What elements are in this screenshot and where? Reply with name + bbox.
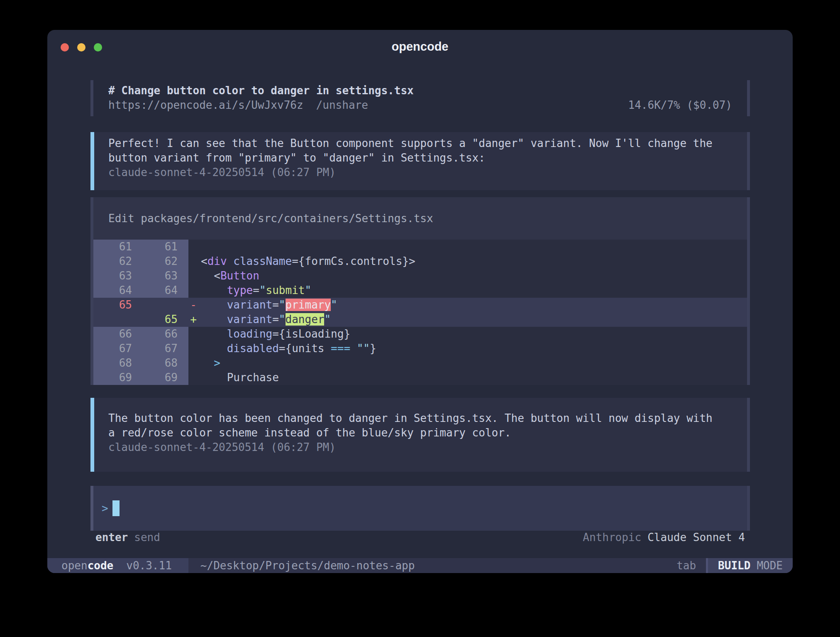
diff-marker xyxy=(188,283,198,298)
tab-key-hint: tab xyxy=(676,558,696,573)
diff-gutter-pad xyxy=(178,298,188,312)
app-name-code: code xyxy=(88,558,114,573)
diff-line-number-new: 68 xyxy=(133,356,178,370)
mode-segment: BUILDMODE xyxy=(708,558,793,573)
diff-row: 6161 xyxy=(93,240,747,254)
diff-line-number-old: 63 xyxy=(93,269,133,283)
diff-code-line xyxy=(198,240,747,254)
session-header: # Change button color to danger in setti… xyxy=(90,80,750,116)
provider-label: Anthropic xyxy=(583,531,641,544)
app-version-segment: opencodev0.3.11 xyxy=(47,558,188,573)
diff-marker xyxy=(188,240,198,254)
unshare-command: /unshare xyxy=(316,99,368,111)
diff-line-number-old: 62 xyxy=(93,254,133,269)
diff-line-number-old: 67 xyxy=(93,341,133,356)
app-version: v0.3.11 xyxy=(126,558,172,573)
working-directory: ~/Desktop/Projects/demo-notes-app xyxy=(200,558,415,573)
edit-tool-title: Edit packages/frontend/src/containers/Se… xyxy=(93,197,747,240)
diff-gutter-pad xyxy=(178,356,188,370)
prompt-input[interactable]: > xyxy=(90,486,750,531)
diff-line-number-old: 69 xyxy=(93,370,133,385)
message-text-line: The button color has been changed to dan… xyxy=(108,411,732,426)
diff: 61616262<div className={formCs.controls}… xyxy=(93,240,747,385)
model-indicator: AnthropicClaude Sonnet 4 xyxy=(583,530,745,545)
diff-marker xyxy=(188,356,198,370)
diff-line-number-new: 65 xyxy=(133,312,178,327)
diff-line-number-old xyxy=(93,312,133,327)
diff-row: 65+ variant="danger" xyxy=(93,312,747,327)
app-name-open: open xyxy=(61,558,88,573)
diff-line-number-new: 64 xyxy=(133,283,178,298)
mode-name: BUILD xyxy=(718,558,750,573)
context-stats: 14.6K/7% ($0.07) xyxy=(628,98,732,113)
model-label: Claude Sonnet 4 xyxy=(647,531,745,544)
diff-line-number-old: 68 xyxy=(93,356,133,370)
diff-line-number-old: 64 xyxy=(93,283,133,298)
diff-code-line: > xyxy=(198,356,747,370)
diff-line-number-new: 66 xyxy=(133,327,178,341)
diff-code-line: Purchase xyxy=(198,370,747,385)
diff-line-number-old: 61 xyxy=(93,240,133,254)
diff-gutter-pad xyxy=(178,341,188,356)
diff-line-number-new: 69 xyxy=(133,370,178,385)
diff-row: 6262<div className={formCs.controls}> xyxy=(93,254,747,269)
diff-gutter-pad xyxy=(178,254,188,269)
diff-code-line: type="submit" xyxy=(198,283,747,298)
diff-gutter-pad xyxy=(178,370,188,385)
diff-marker xyxy=(188,370,198,385)
diff-gutter-pad xyxy=(178,269,188,283)
send-label: send xyxy=(134,531,160,544)
diff-code-line: <Button xyxy=(198,269,747,283)
model-meta: claude-sonnet-4-20250514 (06:27 PM) xyxy=(108,440,732,455)
app-window: opencode # Change button color to danger… xyxy=(47,30,793,573)
diff-code-line: disabled={units === ""} xyxy=(198,341,747,356)
share-url: https://opencode.ai/s/UwJxv76z xyxy=(108,99,303,111)
input-hint-row: entersend AnthropicClaude Sonnet 4 xyxy=(90,530,750,545)
diff-line-number-new: 67 xyxy=(133,341,178,356)
diff-line-number-new: 63 xyxy=(133,269,178,283)
diff-gutter-pad xyxy=(178,283,188,298)
diff-gutter-pad xyxy=(178,312,188,327)
diff-marker xyxy=(188,327,198,341)
share-url-line: https://opencode.ai/s/UwJxv76z/unshare xyxy=(108,98,368,113)
diff-line-number-old: 66 xyxy=(93,327,133,341)
diff-code-line: variant="primary" xyxy=(198,298,747,312)
message-text-line: button variant from "primary" to "danger… xyxy=(108,151,732,165)
diff-marker xyxy=(188,254,198,269)
enter-key-hint: enter xyxy=(95,531,128,544)
message-text-line: Perfect! I can see that the Button compo… xyxy=(108,136,732,151)
assistant-message: Perfect! I can see that the Button compo… xyxy=(90,132,750,190)
model-meta: claude-sonnet-4-20250514 (06:27 PM) xyxy=(108,165,732,180)
diff-row: 6767 disabled={units === ""} xyxy=(93,341,747,356)
send-hint: entersend xyxy=(95,530,160,545)
diff-line-number-new: 62 xyxy=(133,254,178,269)
window-title: opencode xyxy=(47,40,793,54)
session-title: # Change button color to danger in setti… xyxy=(108,83,732,98)
prompt-chevron-icon: > xyxy=(102,501,108,516)
edit-tool-block: Edit packages/frontend/src/containers/Se… xyxy=(90,197,750,385)
diff-marker: + xyxy=(188,312,198,327)
diff-row: 65- variant="primary" xyxy=(93,298,747,312)
diff-line-number-new: 61 xyxy=(133,240,178,254)
diff-gutter-pad xyxy=(178,327,188,341)
text-cursor-icon xyxy=(112,500,120,516)
status-bar: opencodev0.3.11 ~/Desktop/Projects/demo-… xyxy=(47,558,793,573)
diff-row: 6969 Purchase xyxy=(93,370,747,385)
diff-line-number-old: 65 xyxy=(93,298,133,312)
diff-marker: - xyxy=(188,298,198,312)
diff-row: 6363 <Button xyxy=(93,269,747,283)
mode-suffix: MODE xyxy=(757,558,783,573)
diff-line-number-new xyxy=(133,298,178,312)
diff-row: 6464 type="submit" xyxy=(93,283,747,298)
diff-marker xyxy=(188,269,198,283)
diff-marker xyxy=(188,341,198,356)
diff-row: 6666 loading={isLoading} xyxy=(93,327,747,341)
diff-code-line: loading={isLoading} xyxy=(198,327,747,341)
assistant-message: The button color has been changed to dan… xyxy=(90,398,750,472)
message-text-line: a red/rose color scheme instead of the b… xyxy=(108,426,732,440)
diff-row: 6868 > xyxy=(93,356,747,370)
diff-gutter-pad xyxy=(178,240,188,254)
diff-code-line: variant="danger" xyxy=(198,312,747,327)
diff-code-line: <div className={formCs.controls}> xyxy=(198,254,747,269)
